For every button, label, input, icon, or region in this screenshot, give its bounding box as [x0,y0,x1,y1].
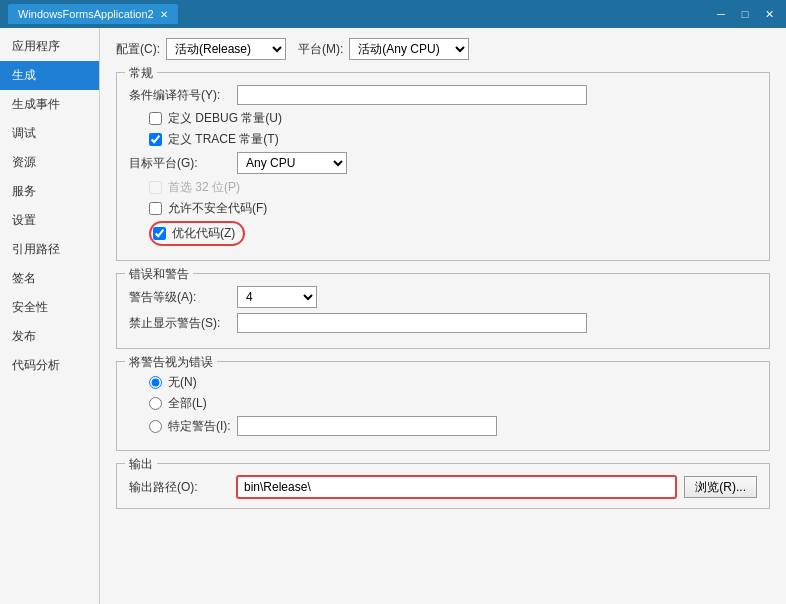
suppress-label: 禁止显示警告(S): [129,315,229,332]
conditional-input[interactable] [237,85,587,105]
general-section: 常规 条件编译符号(Y): 定义 DEBUG 常量(U) 定义 TRACE 常量… [116,72,770,261]
sidebar-item-resources[interactable]: 资源 [0,148,99,177]
sidebar-item-security[interactable]: 安全性 [0,293,99,322]
define-trace-row: 定义 TRACE 常量(T) [129,131,757,148]
platform-group: 平台(M): 活动(Any CPU) [298,38,469,60]
treat-none-radio[interactable] [149,376,162,389]
treat-all-row: 全部(L) [129,395,757,412]
toolbar: 配置(C): 活动(Release) 平台(M): 活动(Any CPU) [116,38,770,60]
sidebar-item-debug[interactable]: 调试 [0,119,99,148]
sidebar-item-ref-paths[interactable]: 引用路径 [0,235,99,264]
output-path-row: 输出路径(O): 浏览(R)... [129,476,757,498]
sidebar: 应用程序 生成 生成事件 调试 资源 服务 设置 引用路径 签名 安全性 发布 … [0,28,100,604]
errors-section: 错误和警告 警告等级(A): 4 0 1 2 3 禁止显示警告(S): [116,273,770,349]
sidebar-item-code-analysis[interactable]: 代码分析 [0,351,99,380]
platform-label: 平台(M): [298,41,343,58]
target-platform-label: 目标平台(G): [129,155,229,172]
conditional-label: 条件编译符号(Y): [129,87,229,104]
optimize-highlight: 优化代码(Z) [149,221,245,246]
conditional-row: 条件编译符号(Y): [129,85,757,105]
prefer32-checkbox[interactable] [149,181,162,194]
unsafe-checkbox[interactable] [149,202,162,215]
target-platform-row: 目标平台(G): Any CPU x86 x64 [129,152,757,174]
unsafe-label: 允许不安全代码(F) [168,200,267,217]
window-maximize-button[interactable]: □ [736,5,754,23]
treat-all-radio[interactable] [149,397,162,410]
prefer32-row: 首选 32 位(P) [129,179,757,196]
tab-close-icon[interactable]: ✕ [160,9,168,20]
general-section-title: 常规 [125,65,157,82]
optimize-row: 优化代码(Z) [129,221,757,246]
sidebar-item-publish[interactable]: 发布 [0,322,99,351]
browse-button[interactable]: 浏览(R)... [684,476,757,498]
treat-specific-radio[interactable] [149,420,162,433]
warning-level-row: 警告等级(A): 4 0 1 2 3 [129,286,757,308]
general-section-content: 条件编译符号(Y): 定义 DEBUG 常量(U) 定义 TRACE 常量(T)… [129,85,757,246]
window-close-button[interactable]: ✕ [760,5,778,23]
define-trace-label: 定义 TRACE 常量(T) [168,131,279,148]
window-minimize-button[interactable]: ─ [712,5,730,23]
config-group: 配置(C): 活动(Release) [116,38,286,60]
output-section-title: 输出 [125,456,157,473]
treat-section-content: 无(N) 全部(L) 特定警告(I): [129,374,757,436]
sidebar-item-settings[interactable]: 设置 [0,206,99,235]
unsafe-row: 允许不安全代码(F) [129,200,757,217]
title-bar: WindowsFormsApplication2 ✕ ─ □ ✕ [0,0,786,28]
output-path-input[interactable] [237,476,676,498]
treat-none-label: 无(N) [168,374,197,391]
output-path-label: 输出路径(O): [129,479,229,496]
optimize-label: 优化代码(Z) [172,225,235,242]
errors-section-content: 警告等级(A): 4 0 1 2 3 禁止显示警告(S): [129,286,757,333]
suppress-row: 禁止显示警告(S): [129,313,757,333]
treat-specific-row: 特定警告(I): [129,416,757,436]
main-container: 应用程序 生成 生成事件 调试 资源 服务 设置 引用路径 签名 安全性 发布 … [0,28,786,604]
sidebar-item-services[interactable]: 服务 [0,177,99,206]
content-area: 配置(C): 活动(Release) 平台(M): 活动(Any CPU) 常规… [100,28,786,604]
title-tab[interactable]: WindowsFormsApplication2 ✕ [8,4,178,24]
title-tab-label: WindowsFormsApplication2 [18,8,154,20]
treat-section: 将警告视为错误 无(N) 全部(L) 特定警告(I): [116,361,770,451]
platform-select[interactable]: 活动(Any CPU) [349,38,469,60]
sidebar-item-app[interactable]: 应用程序 [0,32,99,61]
define-debug-row: 定义 DEBUG 常量(U) [129,110,757,127]
define-debug-checkbox[interactable] [149,112,162,125]
sidebar-item-build[interactable]: 生成 [0,61,99,90]
treat-none-row: 无(N) [129,374,757,391]
optimize-checkbox[interactable] [153,227,166,240]
define-trace-checkbox[interactable] [149,133,162,146]
sidebar-item-build-events[interactable]: 生成事件 [0,90,99,119]
prefer32-label: 首选 32 位(P) [168,179,240,196]
warning-level-select[interactable]: 4 0 1 2 3 [237,286,317,308]
target-platform-select[interactable]: Any CPU x86 x64 [237,152,347,174]
sidebar-item-signing[interactable]: 签名 [0,264,99,293]
treat-section-title: 将警告视为错误 [125,354,217,371]
define-debug-label: 定义 DEBUG 常量(U) [168,110,282,127]
treat-specific-input[interactable] [237,416,497,436]
config-select[interactable]: 活动(Release) [166,38,286,60]
output-section: 输出 输出路径(O): 浏览(R)... [116,463,770,509]
output-section-content: 输出路径(O): 浏览(R)... [129,476,757,498]
treat-specific-label: 特定警告(I): [168,418,231,435]
suppress-input[interactable] [237,313,587,333]
errors-section-title: 错误和警告 [125,266,193,283]
config-label: 配置(C): [116,41,160,58]
treat-all-label: 全部(L) [168,395,207,412]
warning-level-label: 警告等级(A): [129,289,229,306]
